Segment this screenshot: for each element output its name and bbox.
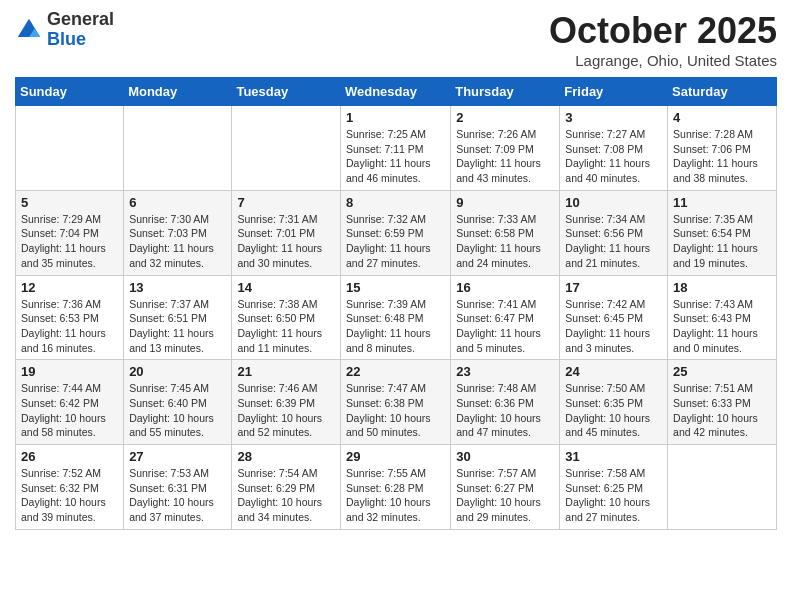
calendar-cell: 20Sunrise: 7:45 AMSunset: 6:40 PMDayligh… xyxy=(124,360,232,445)
calendar-cell xyxy=(232,106,341,191)
month-title: October 2025 xyxy=(549,10,777,52)
day-number: 28 xyxy=(237,449,335,464)
calendar-cell xyxy=(16,106,124,191)
calendar-table: SundayMondayTuesdayWednesdayThursdayFrid… xyxy=(15,77,777,530)
calendar-cell: 12Sunrise: 7:36 AMSunset: 6:53 PMDayligh… xyxy=(16,275,124,360)
day-info: Sunrise: 7:42 AMSunset: 6:45 PMDaylight:… xyxy=(565,297,662,356)
day-number: 31 xyxy=(565,449,662,464)
day-number: 22 xyxy=(346,364,445,379)
day-info: Sunrise: 7:36 AMSunset: 6:53 PMDaylight:… xyxy=(21,297,118,356)
day-info: Sunrise: 7:26 AMSunset: 7:09 PMDaylight:… xyxy=(456,127,554,186)
calendar-cell: 6Sunrise: 7:30 AMSunset: 7:03 PMDaylight… xyxy=(124,190,232,275)
calendar-cell: 31Sunrise: 7:58 AMSunset: 6:25 PMDayligh… xyxy=(560,445,668,530)
day-number: 24 xyxy=(565,364,662,379)
day-info: Sunrise: 7:57 AMSunset: 6:27 PMDaylight:… xyxy=(456,466,554,525)
calendar-cell xyxy=(124,106,232,191)
title-block: October 2025 Lagrange, Ohio, United Stat… xyxy=(549,10,777,69)
day-info: Sunrise: 7:27 AMSunset: 7:08 PMDaylight:… xyxy=(565,127,662,186)
calendar-cell: 17Sunrise: 7:42 AMSunset: 6:45 PMDayligh… xyxy=(560,275,668,360)
calendar-cell xyxy=(668,445,777,530)
calendar-cell: 11Sunrise: 7:35 AMSunset: 6:54 PMDayligh… xyxy=(668,190,777,275)
day-number: 8 xyxy=(346,195,445,210)
day-number: 25 xyxy=(673,364,771,379)
day-number: 7 xyxy=(237,195,335,210)
day-info: Sunrise: 7:46 AMSunset: 6:39 PMDaylight:… xyxy=(237,381,335,440)
column-header-friday: Friday xyxy=(560,78,668,106)
day-info: Sunrise: 7:32 AMSunset: 6:59 PMDaylight:… xyxy=(346,212,445,271)
day-info: Sunrise: 7:34 AMSunset: 6:56 PMDaylight:… xyxy=(565,212,662,271)
calendar-cell: 24Sunrise: 7:50 AMSunset: 6:35 PMDayligh… xyxy=(560,360,668,445)
day-number: 17 xyxy=(565,280,662,295)
day-info: Sunrise: 7:41 AMSunset: 6:47 PMDaylight:… xyxy=(456,297,554,356)
day-info: Sunrise: 7:37 AMSunset: 6:51 PMDaylight:… xyxy=(129,297,226,356)
header-row: SundayMondayTuesdayWednesdayThursdayFrid… xyxy=(16,78,777,106)
day-info: Sunrise: 7:38 AMSunset: 6:50 PMDaylight:… xyxy=(237,297,335,356)
day-number: 3 xyxy=(565,110,662,125)
calendar-cell: 3Sunrise: 7:27 AMSunset: 7:08 PMDaylight… xyxy=(560,106,668,191)
calendar-cell: 7Sunrise: 7:31 AMSunset: 7:01 PMDaylight… xyxy=(232,190,341,275)
calendar-week-5: 26Sunrise: 7:52 AMSunset: 6:32 PMDayligh… xyxy=(16,445,777,530)
page-header: General Blue October 2025 Lagrange, Ohio… xyxy=(15,10,777,69)
day-info: Sunrise: 7:45 AMSunset: 6:40 PMDaylight:… xyxy=(129,381,226,440)
day-number: 30 xyxy=(456,449,554,464)
day-info: Sunrise: 7:51 AMSunset: 6:33 PMDaylight:… xyxy=(673,381,771,440)
column-header-wednesday: Wednesday xyxy=(340,78,450,106)
day-info: Sunrise: 7:47 AMSunset: 6:38 PMDaylight:… xyxy=(346,381,445,440)
day-number: 26 xyxy=(21,449,118,464)
column-header-tuesday: Tuesday xyxy=(232,78,341,106)
logo-text: General Blue xyxy=(47,10,114,50)
calendar-cell: 26Sunrise: 7:52 AMSunset: 6:32 PMDayligh… xyxy=(16,445,124,530)
logo-blue: Blue xyxy=(47,29,86,49)
day-number: 1 xyxy=(346,110,445,125)
calendar-cell: 4Sunrise: 7:28 AMSunset: 7:06 PMDaylight… xyxy=(668,106,777,191)
calendar-cell: 27Sunrise: 7:53 AMSunset: 6:31 PMDayligh… xyxy=(124,445,232,530)
day-number: 29 xyxy=(346,449,445,464)
day-info: Sunrise: 7:35 AMSunset: 6:54 PMDaylight:… xyxy=(673,212,771,271)
day-info: Sunrise: 7:31 AMSunset: 7:01 PMDaylight:… xyxy=(237,212,335,271)
day-number: 23 xyxy=(456,364,554,379)
calendar-cell: 8Sunrise: 7:32 AMSunset: 6:59 PMDaylight… xyxy=(340,190,450,275)
calendar-cell: 18Sunrise: 7:43 AMSunset: 6:43 PMDayligh… xyxy=(668,275,777,360)
day-info: Sunrise: 7:30 AMSunset: 7:03 PMDaylight:… xyxy=(129,212,226,271)
day-number: 11 xyxy=(673,195,771,210)
calendar-cell: 10Sunrise: 7:34 AMSunset: 6:56 PMDayligh… xyxy=(560,190,668,275)
day-number: 20 xyxy=(129,364,226,379)
logo-general: General xyxy=(47,9,114,29)
day-number: 5 xyxy=(21,195,118,210)
calendar-cell: 9Sunrise: 7:33 AMSunset: 6:58 PMDaylight… xyxy=(451,190,560,275)
day-info: Sunrise: 7:53 AMSunset: 6:31 PMDaylight:… xyxy=(129,466,226,525)
calendar-week-1: 1Sunrise: 7:25 AMSunset: 7:11 PMDaylight… xyxy=(16,106,777,191)
calendar-cell: 16Sunrise: 7:41 AMSunset: 6:47 PMDayligh… xyxy=(451,275,560,360)
calendar-cell: 22Sunrise: 7:47 AMSunset: 6:38 PMDayligh… xyxy=(340,360,450,445)
calendar-cell: 25Sunrise: 7:51 AMSunset: 6:33 PMDayligh… xyxy=(668,360,777,445)
day-info: Sunrise: 7:29 AMSunset: 7:04 PMDaylight:… xyxy=(21,212,118,271)
day-number: 10 xyxy=(565,195,662,210)
calendar-cell: 23Sunrise: 7:48 AMSunset: 6:36 PMDayligh… xyxy=(451,360,560,445)
logo: General Blue xyxy=(15,10,114,50)
day-number: 19 xyxy=(21,364,118,379)
day-number: 15 xyxy=(346,280,445,295)
day-number: 16 xyxy=(456,280,554,295)
calendar-cell: 13Sunrise: 7:37 AMSunset: 6:51 PMDayligh… xyxy=(124,275,232,360)
day-number: 14 xyxy=(237,280,335,295)
day-info: Sunrise: 7:43 AMSunset: 6:43 PMDaylight:… xyxy=(673,297,771,356)
calendar-week-2: 5Sunrise: 7:29 AMSunset: 7:04 PMDaylight… xyxy=(16,190,777,275)
calendar-week-3: 12Sunrise: 7:36 AMSunset: 6:53 PMDayligh… xyxy=(16,275,777,360)
day-info: Sunrise: 7:54 AMSunset: 6:29 PMDaylight:… xyxy=(237,466,335,525)
day-info: Sunrise: 7:52 AMSunset: 6:32 PMDaylight:… xyxy=(21,466,118,525)
day-number: 13 xyxy=(129,280,226,295)
day-number: 12 xyxy=(21,280,118,295)
calendar-cell: 30Sunrise: 7:57 AMSunset: 6:27 PMDayligh… xyxy=(451,445,560,530)
calendar-cell: 19Sunrise: 7:44 AMSunset: 6:42 PMDayligh… xyxy=(16,360,124,445)
day-info: Sunrise: 7:25 AMSunset: 7:11 PMDaylight:… xyxy=(346,127,445,186)
day-info: Sunrise: 7:50 AMSunset: 6:35 PMDaylight:… xyxy=(565,381,662,440)
calendar-cell: 14Sunrise: 7:38 AMSunset: 6:50 PMDayligh… xyxy=(232,275,341,360)
day-number: 27 xyxy=(129,449,226,464)
column-header-monday: Monday xyxy=(124,78,232,106)
day-info: Sunrise: 7:28 AMSunset: 7:06 PMDaylight:… xyxy=(673,127,771,186)
day-number: 2 xyxy=(456,110,554,125)
logo-icon xyxy=(15,16,43,44)
calendar-cell: 21Sunrise: 7:46 AMSunset: 6:39 PMDayligh… xyxy=(232,360,341,445)
calendar-cell: 1Sunrise: 7:25 AMSunset: 7:11 PMDaylight… xyxy=(340,106,450,191)
column-header-sunday: Sunday xyxy=(16,78,124,106)
